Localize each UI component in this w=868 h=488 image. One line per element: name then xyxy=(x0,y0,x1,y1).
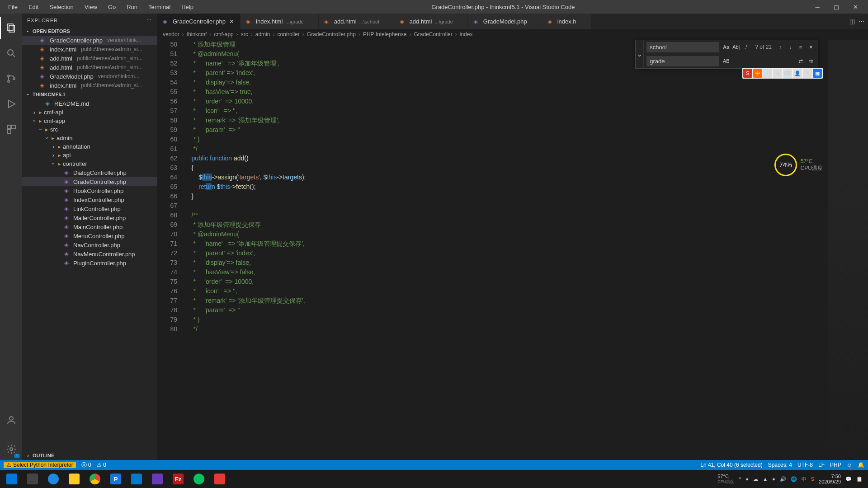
errors-count[interactable]: ⓧ 0 xyxy=(81,461,91,469)
ime-tool-icon[interactable]: ✎ xyxy=(803,69,812,78)
ime-toolbar[interactable]: S 中 · ☺ ⌨ 👤 ✎ ▦ xyxy=(742,68,823,79)
minimap[interactable] xyxy=(827,40,868,460)
menu-view[interactable]: View xyxy=(80,2,102,12)
menu-help[interactable]: Help xyxy=(177,2,198,12)
file-item[interactable]: ◈HookController.php xyxy=(22,186,157,195)
taskbar-explorer-icon[interactable] xyxy=(64,471,84,487)
taskbar-app-p[interactable]: P xyxy=(106,471,126,487)
open-editor-item[interactable]: ✕◈add.htmlpublic\themes\admin_sim... xyxy=(22,54,157,63)
ime-logo-icon[interactable]: S xyxy=(743,69,752,78)
indent-status[interactable]: Spaces: 4 xyxy=(768,462,792,468)
tray-clock[interactable]: 7:50 2020/9/29 xyxy=(819,474,841,484)
replace-input[interactable] xyxy=(646,56,719,66)
breadcrumb-item[interactable]: GradeController.php xyxy=(307,31,356,38)
breadcrumbs[interactable]: vendor›thinkcmf›cmf-app›src›admin›contro… xyxy=(157,29,868,40)
folder-item[interactable]: ›▸cmf-api xyxy=(22,108,157,117)
breadcrumb-item[interactable]: admin xyxy=(255,31,270,38)
ime-cn-icon[interactable]: 中 xyxy=(753,69,762,78)
file-item[interactable]: ◈NavController.php xyxy=(22,240,157,249)
source-control-icon[interactable] xyxy=(0,68,22,89)
extensions-icon[interactable] xyxy=(0,118,22,140)
notifications-icon[interactable]: 🔔 xyxy=(858,462,864,468)
tab-close-icon[interactable]: ✕ xyxy=(228,18,235,25)
file-item[interactable]: ◈LinkController.php xyxy=(22,204,157,213)
toggle-replace-icon[interactable]: ⌄ xyxy=(636,40,644,68)
taskbar-vscode-icon[interactable] xyxy=(127,471,146,487)
settings-icon[interactable] xyxy=(0,438,22,460)
split-editor-icon[interactable]: ◫ xyxy=(849,18,855,25)
menu-file[interactable]: File xyxy=(4,2,22,12)
replace-one-icon[interactable]: ⇄ xyxy=(796,57,805,66)
taskbar-filezilla-icon[interactable]: Fz xyxy=(168,471,188,487)
explorer-icon[interactable] xyxy=(0,17,22,39)
file-item[interactable]: ◈NavMenuController.php xyxy=(22,249,157,258)
start-button[interactable] xyxy=(2,471,22,487)
tray-action-center-icon[interactable]: 💬 xyxy=(845,476,852,482)
folder-item[interactable]: ›▸api xyxy=(22,151,157,160)
breadcrumb-item[interactable]: src xyxy=(241,31,248,38)
next-match-icon[interactable]: ↓ xyxy=(786,43,795,52)
tray-icon-1[interactable]: ● xyxy=(746,476,749,482)
encoding-status[interactable]: UTF-8 xyxy=(797,462,813,468)
find-in-selection-icon[interactable]: ≡ xyxy=(796,43,805,52)
menu-go[interactable]: Go xyxy=(104,2,120,12)
menu-run[interactable]: Run xyxy=(122,2,142,12)
taskbar-app-red[interactable] xyxy=(210,471,230,487)
ime-punct-icon[interactable]: · xyxy=(763,69,772,78)
breadcrumb-item[interactable]: PHP Intelephense xyxy=(363,31,407,38)
editor-tab[interactable]: ◈GradeController.php✕ xyxy=(157,14,241,29)
eol-status[interactable]: LF xyxy=(818,462,825,468)
maximize-button[interactable]: ▢ xyxy=(827,0,845,14)
minimize-button[interactable]: ─ xyxy=(808,0,826,14)
feedback-icon[interactable]: ☺ xyxy=(847,462,852,468)
preserve-case-icon[interactable]: AB xyxy=(722,57,731,66)
tray-icon-4[interactable]: ● xyxy=(772,476,775,482)
menu-selection[interactable]: Selection xyxy=(45,2,78,12)
close-find-icon[interactable]: ✕ xyxy=(806,43,815,52)
find-input[interactable] xyxy=(646,42,719,52)
file-item[interactable]: ◈README.md xyxy=(22,99,157,108)
language-status[interactable]: PHP xyxy=(830,462,841,468)
file-item[interactable]: ◈DialogController.php xyxy=(22,168,157,177)
taskbar-wechat-icon[interactable] xyxy=(189,471,209,487)
folder-item[interactable]: ›▸admin xyxy=(22,134,157,142)
folder-item[interactable]: ›▸cmf-app xyxy=(22,117,157,125)
file-item[interactable]: ◈PluginController.php xyxy=(22,258,157,267)
accounts-icon[interactable] xyxy=(0,409,22,431)
workspace-section[interactable]: › THINKCMF5.1 xyxy=(22,90,157,99)
tray-ime-icon[interactable]: 中 xyxy=(802,476,807,483)
editor-tab[interactable]: ◈index.h xyxy=(542,14,591,29)
editor-tab[interactable]: ◈add.html...\school xyxy=(319,14,394,29)
menu-terminal[interactable]: Terminal xyxy=(144,2,175,12)
open-editor-item[interactable]: ✕◈index.htmlpublic\themes\admin_si... xyxy=(22,45,157,54)
folder-item[interactable]: ›▸annotation xyxy=(22,142,157,151)
regex-icon[interactable]: .* xyxy=(741,43,750,52)
cursor-position[interactable]: Ln 41, Col 40 (6 selected) xyxy=(700,462,762,468)
match-word-icon[interactable]: Ab| xyxy=(731,43,741,52)
breadcrumb-item[interactable]: index xyxy=(460,31,473,38)
ime-skin-icon[interactable]: ▦ xyxy=(813,69,822,78)
editor-tab[interactable]: ◈GradeModel.php xyxy=(468,14,542,29)
open-editor-item[interactable]: ✕◈GradeModel.phpvendor\thinkcm... xyxy=(22,72,157,81)
match-case-icon[interactable]: Aa xyxy=(722,43,731,52)
file-item[interactable]: ◈MailerController.php xyxy=(22,213,157,222)
taskbar-ie-icon[interactable] xyxy=(43,471,63,487)
taskbar-app-purple[interactable] xyxy=(147,471,167,487)
tray-icon-3[interactable]: ▲ xyxy=(763,476,768,482)
file-item[interactable]: ◈IndexController.php xyxy=(22,195,157,204)
ime-emoji-icon[interactable]: ☺ xyxy=(773,69,782,78)
tray-chevron-icon[interactable]: ^ xyxy=(739,476,741,482)
code-content[interactable]: * 添加年级管理 * @adminMenu( * 'name' => '添加年级… xyxy=(184,40,827,460)
tray-volume-icon[interactable]: 🔊 xyxy=(780,476,786,482)
breadcrumb-item[interactable]: vendor xyxy=(163,31,179,38)
breadcrumb-item[interactable]: thinkcmf xyxy=(187,31,207,38)
breadcrumb-item[interactable]: GradeController xyxy=(414,31,452,38)
sidebar-more-icon[interactable]: ⋯ xyxy=(146,17,152,23)
code-editor[interactable]: 5051525354555657585960616263646566676869… xyxy=(157,40,868,460)
open-editor-item[interactable]: ✕◈add.htmlpublic\themes\admin_sim... xyxy=(22,63,157,72)
folder-item[interactable]: ›▸src xyxy=(22,125,157,134)
ime-user-icon[interactable]: 👤 xyxy=(793,69,802,78)
warnings-count[interactable]: ⚠ 0 xyxy=(97,462,106,468)
editor-tab[interactable]: ◈add.html...\grade xyxy=(394,14,468,29)
file-item[interactable]: ◈GradeController.php xyxy=(22,177,157,186)
